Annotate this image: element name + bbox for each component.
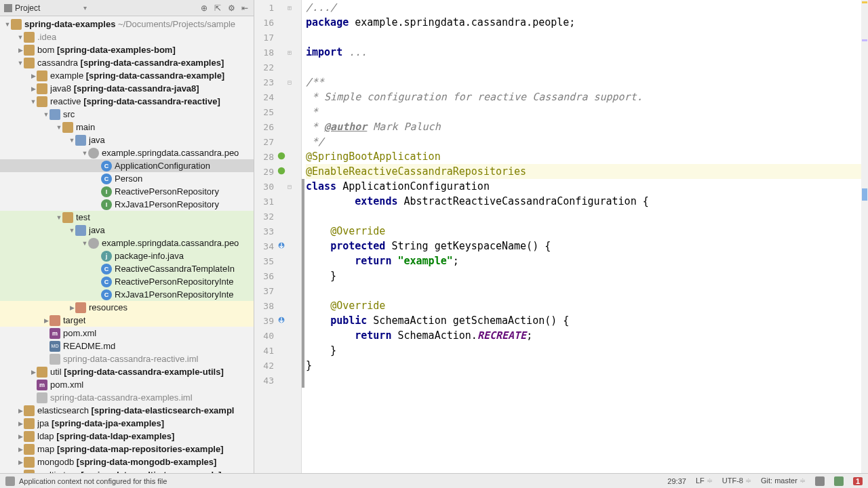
- code-line[interactable]: }: [306, 268, 868, 283]
- gutter-line[interactable]: 29: [254, 164, 301, 179]
- gutter-line[interactable]: 31: [254, 194, 301, 209]
- tree-row[interactable]: IReactivePersonRepository: [0, 185, 254, 198]
- status-icon[interactable]: [5, 476, 15, 486]
- line-separator[interactable]: LF ≑: [696, 476, 713, 485]
- code-line[interactable]: [306, 30, 868, 45]
- tree-arrow-icon[interactable]: [81, 240, 88, 247]
- chevron-down-icon[interactable]: ▾: [83, 4, 87, 12]
- tree-arrow-icon[interactable]: [30, 85, 37, 92]
- gutter-line[interactable]: 22: [254, 60, 301, 75]
- tree-arrow-icon[interactable]: [17, 407, 24, 414]
- gutter-line[interactable]: 30⊟: [254, 179, 301, 194]
- tree-row[interactable]: elasticsearch [spring-data-elasticsearch…: [0, 404, 254, 417]
- tree-row[interactable]: example.springdata.cassandra.peo: [0, 237, 254, 249]
- tree-row[interactable]: bom [spring-data-examples-bom]: [0, 43, 254, 56]
- code-line[interactable]: @EnableReactiveCassandraRepositories: [306, 164, 868, 179]
- encoding[interactable]: UTF-8 ≑: [722, 476, 751, 485]
- hide-icon[interactable]: ⇤: [240, 3, 250, 13]
- tree-row[interactable]: java8 [spring-data-cassandra-java8]: [0, 82, 254, 95]
- code-line[interactable]: @Override: [306, 224, 868, 239]
- tree-row[interactable]: main: [0, 121, 254, 134]
- tree-arrow-icon[interactable]: [43, 111, 50, 118]
- inspect-icon[interactable]: [834, 476, 844, 486]
- gutter-line[interactable]: 28: [254, 149, 301, 164]
- tree-row[interactable]: resources: [0, 301, 254, 314]
- gutter-line[interactable]: 18⊞: [254, 45, 301, 60]
- code-line[interactable]: public SchemaAction getSchemaAction() {: [306, 313, 868, 328]
- code-line[interactable]: [306, 60, 868, 75]
- tree-arrow-icon[interactable]: [17, 34, 24, 41]
- tree-arrow-icon[interactable]: [17, 60, 24, 66]
- tree-arrow-icon[interactable]: [17, 420, 24, 427]
- locate-icon[interactable]: ⊕: [199, 3, 209, 13]
- tree-row[interactable]: .idea: [0, 30, 254, 43]
- fold-icon[interactable]: ⊟: [288, 183, 296, 190]
- gutter-line[interactable]: 42: [254, 358, 301, 373]
- gutter-line[interactable]: 34: [254, 239, 301, 253]
- tree-row[interactable]: java: [0, 224, 254, 237]
- code-line[interactable]: @Override: [306, 298, 868, 313]
- tree-row[interactable]: test: [0, 211, 254, 224]
- code-line[interactable]: class ApplicationConfiguration: [306, 179, 868, 194]
- tree-row[interactable]: CReactiveCassandraTemplateIn: [0, 262, 254, 275]
- tree-arrow-icon[interactable]: [30, 73, 37, 79]
- tree-row[interactable]: map [spring-data-map-repositories-exampl…: [0, 443, 254, 455]
- code-line[interactable]: *: [306, 104, 868, 119]
- code-line[interactable]: return "example";: [306, 253, 868, 268]
- tree-row[interactable]: IRxJava1PersonRepository: [0, 198, 254, 211]
- tree-row[interactable]: reactive [spring-data-cassandra-reactive…: [0, 95, 254, 108]
- caret-position[interactable]: 29:37: [667, 477, 686, 485]
- tree-arrow-icon[interactable]: [17, 433, 24, 440]
- code-line[interactable]: package example.springdata.cassandra.peo…: [306, 15, 868, 30]
- tree-row[interactable]: util [spring-data-cassandra-example-util…: [0, 365, 254, 378]
- lock-icon[interactable]: [815, 476, 825, 486]
- gutter-line[interactable]: 1⊞: [254, 0, 301, 15]
- tree-row[interactable]: spring-data-cassandra-examples.iml: [0, 391, 254, 404]
- tree-row[interactable]: mpom.xml: [0, 378, 254, 391]
- gutter-line[interactable]: 39: [254, 313, 301, 328]
- tree-row[interactable]: multi-store [spring-data-multi-store-exa…: [0, 468, 254, 473]
- code-line[interactable]: return SchemaAction.RECREATE;: [306, 328, 868, 343]
- tree-row[interactable]: cassandra [spring-data-cassandra-example…: [0, 56, 254, 69]
- collapse-icon[interactable]: ⇱: [213, 3, 222, 13]
- code-line[interactable]: protected String getKeyspaceName() {: [306, 239, 868, 253]
- tree-arrow-icon[interactable]: [68, 227, 75, 234]
- code-line[interactable]: * Simple configuration for reactive Cass…: [306, 89, 868, 104]
- gutter-line[interactable]: 40: [254, 328, 301, 343]
- gutter-line[interactable]: 35: [254, 253, 301, 268]
- tree-arrow-icon[interactable]: [17, 459, 24, 466]
- gutter-line[interactable]: 26: [254, 119, 301, 134]
- tree-row[interactable]: CPerson: [0, 172, 254, 185]
- code-line[interactable]: * @author Mark Paluch: [306, 119, 868, 134]
- tree-root[interactable]: spring-data-examples ~/Documents/Project…: [0, 18, 254, 30]
- project-tree[interactable]: spring-data-examples ~/Documents/Project…: [0, 16, 254, 473]
- tree-row[interactable]: spring-data-cassandra-reactive.iml: [0, 352, 254, 365]
- tree-row[interactable]: mpom.xml: [0, 327, 254, 340]
- editor-gutter[interactable]: 1⊞161718⊞2223⊟24252627282930⊟31323334353…: [254, 0, 302, 473]
- gutter-line[interactable]: 16: [254, 15, 301, 30]
- gutter-line[interactable]: 38: [254, 298, 301, 313]
- tree-row[interactable]: CApplicationConfiguration: [0, 159, 254, 172]
- tree-row[interactable]: mongodb [spring-data-mongodb-examples]: [0, 455, 254, 468]
- tree-arrow-icon[interactable]: [30, 369, 37, 375]
- tree-row[interactable]: target: [0, 314, 254, 327]
- code-line[interactable]: /**: [306, 75, 868, 89]
- tree-row[interactable]: example [spring-data-cassandra-example]: [0, 69, 254, 82]
- tree-arrow-icon[interactable]: [56, 124, 62, 131]
- tree-arrow-icon[interactable]: [17, 47, 24, 54]
- code-line[interactable]: extends AbstractReactiveCassandraConfigu…: [306, 194, 868, 209]
- tree-row[interactable]: CRxJava1PersonRepositoryInte: [0, 288, 254, 301]
- tree-arrow-icon[interactable]: [17, 472, 24, 474]
- tree-row[interactable]: src: [0, 108, 254, 121]
- tree-row[interactable]: MDREADME.md: [0, 340, 254, 352]
- gutter-line[interactable]: 41: [254, 343, 301, 358]
- code-line[interactable]: [306, 373, 868, 388]
- gutter-line[interactable]: 25: [254, 104, 301, 119]
- gutter-line[interactable]: 37: [254, 283, 301, 298]
- tree-row[interactable]: jpackage-info.java: [0, 249, 254, 262]
- tree-arrow-icon[interactable]: [68, 137, 75, 144]
- tree-row[interactable]: ldap [spring-data-ldap-examples]: [0, 430, 254, 443]
- tree-arrow-icon[interactable]: [81, 150, 88, 157]
- fold-icon[interactable]: ⊞: [288, 4, 296, 12]
- tree-arrow-icon[interactable]: [68, 304, 75, 311]
